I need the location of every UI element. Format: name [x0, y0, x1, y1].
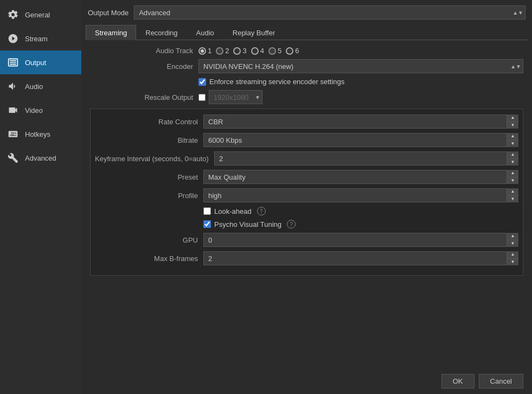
sidebar-item-video[interactable]: Video [0, 98, 81, 122]
rate-control-up[interactable]: ▲ [507, 115, 518, 122]
sidebar-item-label: Audio [25, 82, 43, 91]
advanced-icon [7, 151, 20, 164]
keyframe-row: Keyframe Interval (seconds, 0=auto) ▲ ▼ [95, 151, 518, 166]
tab-streaming[interactable]: Streaming [86, 25, 136, 40]
sidebar-item-audio[interactable]: Audio [0, 74, 81, 98]
track-5-radio [268, 47, 276, 55]
max-bframes-input[interactable] [203, 251, 518, 265]
output-mode-select[interactable]: Advanced Simple [134, 5, 525, 20]
track-5-option[interactable]: 5 [268, 47, 281, 55]
profile-row: Profile ▲ ▼ [95, 188, 518, 202]
keyframe-wrapper: ▲ ▼ [214, 151, 518, 166]
keyframe-input[interactable] [214, 151, 518, 166]
max-bframes-row: Max B-frames ▲ ▼ [95, 251, 518, 265]
track-6-label: 6 [295, 47, 299, 55]
track-4-radio [251, 47, 259, 55]
rescale-inner: 1920x1080 ▼ [198, 90, 262, 104]
track-2-label: 2 [225, 47, 229, 55]
gpu-input[interactable] [203, 233, 518, 247]
psycho-visual-row: Psycho Visual Tuning ? [95, 220, 518, 228]
psycho-visual-control: Psycho Visual Tuning ? [203, 220, 518, 228]
profile-up[interactable]: ▲ [507, 188, 518, 196]
preset-input[interactable] [203, 170, 518, 184]
look-ahead-help-icon[interactable]: ? [257, 207, 266, 215]
max-bframes-wrapper: ▲ ▼ [203, 251, 518, 265]
tab-audio[interactable]: Audio [187, 25, 223, 40]
rate-control-input[interactable] [203, 115, 518, 129]
encoder-row: Encoder NVIDIA NVENC H.264 (new) ▲▼ [90, 59, 523, 73]
sidebar-item-label: Video [25, 106, 43, 115]
psycho-visual-checkbox[interactable] [203, 220, 211, 228]
keyframe-down[interactable]: ▼ [507, 159, 518, 166]
track-3-label: 3 [242, 47, 246, 55]
max-bframes-label: Max B-frames [95, 255, 203, 263]
bitrate-down[interactable]: ▼ [507, 141, 518, 148]
max-bframes-spinners: ▲ ▼ [507, 251, 518, 265]
max-bframes-control: ▲ ▼ [203, 251, 518, 265]
bitrate-wrapper: ▲ ▼ [203, 133, 518, 147]
bottom-bar: OK Cancel [433, 368, 532, 394]
profile-input[interactable] [203, 188, 518, 202]
rescale-res-wrapper: 1920x1080 ▼ [209, 90, 262, 104]
sidebar-item-general[interactable]: General [0, 3, 81, 27]
preset-row: Preset ▲ ▼ [95, 170, 518, 184]
rescale-row: Rescale Output 1920x1080 ▼ [90, 90, 523, 104]
gpu-down[interactable]: ▼ [507, 240, 518, 247]
track-2-radio [216, 47, 223, 55]
tab-recording[interactable]: Recording [136, 25, 187, 40]
output-mode-select-wrapper: Advanced Simple ▲▼ [134, 5, 525, 20]
sidebar-item-advanced[interactable]: Advanced [0, 146, 81, 170]
track-4-option[interactable]: 4 [251, 47, 264, 55]
encoder-label: Encoder [90, 62, 198, 71]
rate-control-down[interactable]: ▼ [507, 122, 518, 129]
gpu-up[interactable]: ▲ [507, 233, 518, 240]
preset-control: ▲ ▼ [203, 170, 518, 184]
rescale-res-select[interactable]: 1920x1080 [209, 90, 262, 104]
cancel-button[interactable]: Cancel [479, 374, 523, 389]
bitrate-input[interactable] [203, 133, 518, 147]
track-3-option[interactable]: 3 [233, 47, 246, 55]
sidebar-item-label: Hotkeys [25, 130, 50, 138]
gpu-spinners: ▲ ▼ [507, 233, 518, 247]
audio-track-row: Audio Track 1 2 [90, 47, 523, 55]
track-1-option[interactable]: 1 [198, 47, 211, 55]
max-bframes-down[interactable]: ▼ [507, 259, 518, 266]
rate-control-wrapper: ▲ ▼ [203, 115, 518, 129]
profile-control: ▲ ▼ [203, 188, 518, 202]
psycho-visual-checkbox-wrapper: Psycho Visual Tuning ? [203, 220, 296, 228]
tab-replay-buffer[interactable]: Replay Buffer [223, 25, 285, 40]
keyframe-spinners: ▲ ▼ [507, 151, 518, 166]
enforce-checkbox[interactable] [198, 78, 206, 86]
output-mode-label: Output Mode [88, 9, 129, 17]
look-ahead-row: Look-ahead ? [95, 207, 518, 215]
track-2-option[interactable]: 2 [216, 47, 229, 55]
track-1-label: 1 [208, 47, 211, 55]
keyframe-label: Keyframe Interval (seconds, 0=auto) [95, 155, 214, 163]
sidebar-item-stream[interactable]: Stream [0, 27, 81, 50]
enforce-label: Enforce streaming service encoder settin… [209, 78, 344, 86]
bitrate-up[interactable]: ▲ [507, 133, 518, 141]
rescale-label: Rescale Output [90, 93, 198, 101]
profile-down[interactable]: ▼ [507, 196, 518, 203]
rescale-checkbox[interactable] [198, 94, 206, 101]
encoder-select[interactable]: NVIDIA NVENC H.264 (new) [198, 59, 523, 73]
max-bframes-up[interactable]: ▲ [507, 251, 518, 259]
preset-down[interactable]: ▼ [507, 177, 518, 185]
keyframe-up[interactable]: ▲ [507, 151, 518, 159]
look-ahead-label: Look-ahead [214, 207, 252, 215]
sidebar-item-label: General [25, 11, 50, 19]
track-6-option[interactable]: 6 [286, 47, 299, 55]
preset-up[interactable]: ▲ [507, 170, 518, 177]
psycho-visual-help-icon[interactable]: ? [287, 220, 296, 228]
gpu-wrapper: ▲ ▼ [203, 233, 518, 247]
gear-icon [7, 8, 20, 21]
rescale-control: 1920x1080 ▼ [198, 90, 523, 104]
look-ahead-control: Look-ahead ? [203, 207, 518, 215]
rate-control-row: Rate Control ▲ ▼ [95, 115, 518, 129]
preset-label: Preset [95, 173, 203, 181]
rate-control-control: ▲ ▼ [203, 115, 518, 129]
look-ahead-checkbox[interactable] [203, 207, 211, 215]
ok-button[interactable]: OK [441, 374, 475, 389]
sidebar-item-output[interactable]: Output [0, 50, 81, 74]
sidebar-item-hotkeys[interactable]: Hotkeys [0, 122, 81, 146]
